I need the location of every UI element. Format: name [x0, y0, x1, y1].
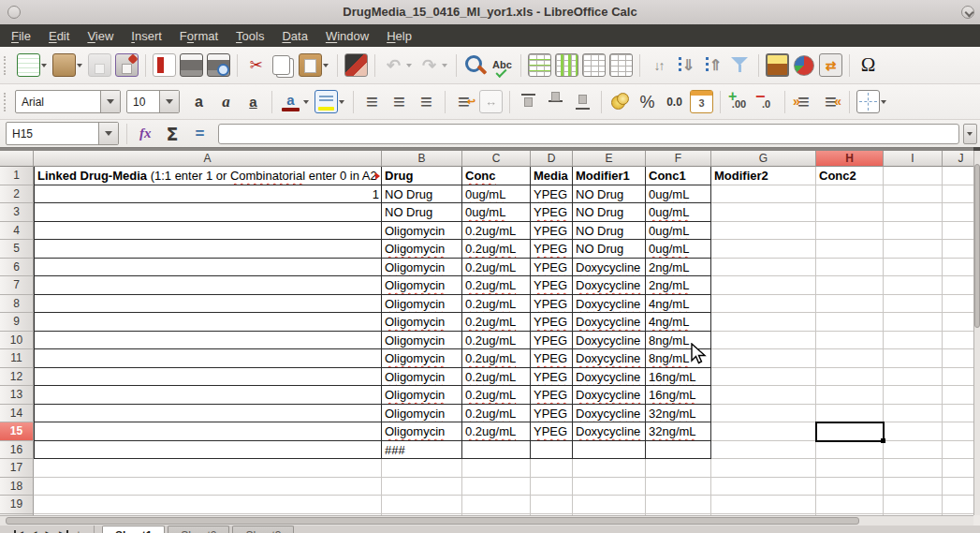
sheet-tab-sheet1[interactable]: Sheet1 [102, 526, 165, 533]
highlight-color-icon[interactable] [314, 89, 347, 114]
cell-J15[interactable] [943, 422, 973, 441]
sheet-tab-sheet3[interactable]: Sheet3 [232, 526, 294, 533]
cell-D1[interactable]: Media [531, 167, 573, 185]
cell-C5[interactable]: 0.2ug/mL [462, 240, 531, 259]
italic-icon[interactable]: a [213, 89, 239, 114]
cell-C9[interactable]: 0.2ug/mL [462, 313, 531, 332]
cell-B7[interactable]: Oligomycin [382, 276, 462, 295]
cell-I7[interactable] [884, 276, 943, 295]
align-top-icon[interactable] [516, 89, 541, 114]
menu-data[interactable]: Data [282, 29, 307, 43]
cell-E9[interactable]: Doxycycline [573, 313, 646, 332]
cell-I13[interactable] [884, 386, 943, 405]
borders-icon[interactable] [856, 89, 889, 114]
column-header-D[interactable]: D [531, 151, 573, 167]
cell-F9[interactable]: 4ng/mL [646, 313, 711, 332]
cell-E2[interactable]: NO Drug [573, 185, 646, 204]
currency-icon[interactable] [607, 89, 633, 114]
cell-A18[interactable] [34, 478, 382, 496]
sort-ascending-icon[interactable]: ⇓ [673, 52, 698, 78]
cell-A15[interactable] [34, 422, 382, 441]
cell-F13[interactable]: 16ng/mL [646, 386, 711, 405]
column-header-A[interactable]: A [34, 151, 382, 167]
function-wizard-icon[interactable]: fx [133, 126, 158, 141]
percent-icon[interactable]: % [635, 89, 660, 114]
cell-C3[interactable]: 0ug/mL [462, 203, 531, 222]
row-header-13[interactable]: 13 [0, 386, 34, 405]
cell-A10[interactable] [34, 332, 382, 350]
cell-E5[interactable]: NO Drug [573, 240, 646, 259]
delete-row-icon[interactable] [581, 52, 607, 78]
spelling-icon[interactable]: Abc [490, 52, 515, 78]
cell-A8[interactable] [34, 295, 382, 314]
number-format-icon[interactable]: 0.0 [662, 89, 687, 114]
cell-G14[interactable] [711, 405, 816, 423]
cell-F3[interactable]: 0ug/mL [646, 203, 711, 222]
row-header-9[interactable]: 9 [0, 313, 34, 332]
cell-I19[interactable] [884, 496, 943, 514]
cell-H10[interactable] [816, 332, 884, 350]
cell-E6[interactable]: Doxycycline [573, 259, 646, 277]
cell-H3[interactable] [816, 203, 884, 222]
cell-B5[interactable]: Oligomycin [382, 240, 462, 259]
cell-C6[interactable]: 0.2ug/mL [462, 259, 531, 277]
cell-A3[interactable] [34, 203, 382, 222]
cell-B18[interactable] [382, 478, 462, 496]
row-header-19[interactable]: 19 [0, 496, 34, 514]
cell-A16[interactable] [34, 441, 382, 460]
cell-I9[interactable] [884, 313, 943, 332]
chevron-down-icon[interactable] [40, 53, 49, 77]
cell-I14[interactable] [884, 405, 943, 423]
formula-icon[interactable]: = [186, 125, 212, 143]
cell-H4[interactable] [816, 222, 884, 241]
cell-A2[interactable]: 1 [34, 185, 382, 204]
new-icon[interactable] [16, 52, 50, 78]
cell-E15[interactable]: Doxycycline [573, 422, 646, 441]
row-header-15[interactable]: 15 [0, 422, 34, 441]
cell-D18[interactable] [531, 478, 573, 496]
cell-H18[interactable] [816, 478, 884, 496]
cell-F18[interactable] [646, 478, 711, 496]
cell-D19[interactable] [531, 496, 573, 514]
cell-I16[interactable] [884, 441, 943, 460]
cell-J16[interactable] [943, 441, 973, 460]
cell-I15[interactable] [884, 422, 943, 441]
cell-E3[interactable]: NO Drug [573, 203, 646, 222]
cell-F19[interactable] [646, 496, 711, 514]
expand-formula-bar-button[interactable] [963, 124, 977, 144]
menu-format[interactable]: Format [180, 29, 218, 43]
cell-H17[interactable] [816, 459, 884, 478]
cell-H5[interactable] [816, 240, 884, 259]
cell-I1[interactable] [884, 167, 943, 185]
menu-insert[interactable]: Insert [131, 29, 162, 43]
cell-D12[interactable]: YPEG [531, 368, 573, 387]
window-shade-button[interactable] [961, 6, 974, 19]
cell-H12[interactable] [816, 368, 884, 387]
cell-E8[interactable]: Doxycycline [573, 295, 646, 314]
cell-F12[interactable]: 16ng/mL [646, 368, 711, 387]
cell-G12[interactable] [711, 368, 816, 387]
column-header-C[interactable]: C [462, 151, 531, 167]
image-icon[interactable] [765, 52, 790, 78]
cell-G18[interactable] [711, 478, 816, 496]
cell-A7[interactable] [34, 276, 382, 295]
horizontal-scrollbar[interactable] [0, 515, 973, 526]
column-header-I[interactable]: I [884, 151, 943, 167]
underline-icon[interactable]: a [241, 89, 266, 114]
cell-A5[interactable] [34, 240, 382, 259]
cell-C14[interactable]: 0.2ug/mL [462, 405, 531, 423]
cell-D7[interactable]: YPEG [531, 276, 573, 295]
copy-icon[interactable] [271, 52, 296, 78]
cell-B10[interactable]: Oligomycin [382, 332, 462, 350]
cell-B4[interactable]: Oligomycin [382, 222, 462, 241]
align-center-icon[interactable]: ≡ [387, 89, 412, 114]
align-center-vertical-icon[interactable] [543, 89, 568, 114]
cell-G2[interactable] [711, 185, 816, 204]
cell-D13[interactable]: YPEG [531, 386, 573, 405]
font-size-combo[interactable]: 10 [126, 90, 180, 113]
cell-J19[interactable] [943, 496, 973, 514]
cell-G9[interactable] [711, 313, 816, 332]
row-header-2[interactable]: 2 [0, 185, 34, 204]
chevron-down-icon[interactable] [880, 90, 888, 113]
cell-C1[interactable]: Conc [462, 167, 531, 185]
